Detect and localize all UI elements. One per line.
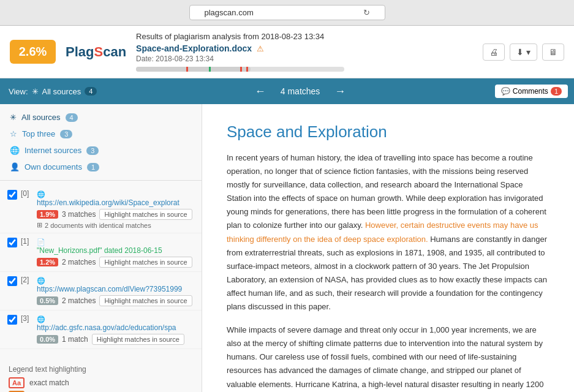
prev-arrow[interactable]: ← xyxy=(250,85,271,98)
browser-chrome: plagscan.com ↻ xyxy=(0,0,574,26)
content-area[interactable]: Space and Exploration In recent years of… xyxy=(202,104,574,392)
address-bar[interactable]: plagscan.com ↻ xyxy=(189,5,385,20)
internet-icon: 🌐 xyxy=(10,146,20,155)
sidebar-internet-badge: 3 xyxy=(86,146,99,155)
progress-bar xyxy=(136,67,344,72)
logo-plag: Plag xyxy=(66,44,94,59)
source-link-1[interactable]: "New_Horizons.pdf" dated 2018-06-15 xyxy=(37,246,184,255)
main-layout: ✳ All sources 4 ☆ Top three 3 🌐 Internet… xyxy=(0,104,574,392)
next-arrow[interactable]: → xyxy=(330,85,350,98)
sidebar-item-top-three[interactable]: ☆ Top three 3 xyxy=(0,126,202,142)
sidebar-own-docs-label: Own documents xyxy=(25,162,82,172)
source-percent-3: 0.0% xyxy=(37,335,58,344)
reload-icon[interactable]: ↻ xyxy=(363,8,370,17)
sidebar-item-internet[interactable]: 🌐 Internet sources 3 xyxy=(0,142,202,159)
source-item-1: [1] 📄 "New_Horizons.pdf" dated 2018-06-1… xyxy=(0,233,202,272)
para1-cont: Humans are constantly in danger from ext… xyxy=(227,235,547,311)
source-link-0[interactable]: https://en.wikipedia.org/wiki/Space_expl… xyxy=(37,198,184,207)
source-item-2: [2] 🌐 https://www.plagscan.com/dlView?73… xyxy=(0,272,202,311)
source-index-3: [3] xyxy=(21,314,33,323)
source-meta-0: 1.9% 3 matches Highlight matches in sour… xyxy=(37,209,197,220)
nav-bar: View: ✳ All sources 4 ← 4 matches → 💬 Co… xyxy=(0,78,574,104)
highlight-btn-3[interactable]: Highlight matches in source xyxy=(92,334,184,345)
source-checkbox-2[interactable] xyxy=(7,276,17,286)
legend-exact-label: exact match xyxy=(29,379,69,387)
warning-icon: ⚠ xyxy=(257,44,264,53)
source-percent-0: 1.9% xyxy=(37,210,58,219)
doc-paragraph-1: In recent years of human history, the id… xyxy=(227,151,549,314)
source-meta-2: 0.5% 2 matches Highlight matches in sour… xyxy=(37,295,197,306)
print-button[interactable]: 🖨 xyxy=(483,43,505,61)
source-checkbox-0[interactable] xyxy=(7,190,17,200)
source-content-3: 🌐 http://adc.gsfc.nasa.gov/adc/education… xyxy=(37,314,197,345)
sidebar-own-docs-badge: 1 xyxy=(87,163,99,172)
sidebar-top-three-badge: 3 xyxy=(60,130,72,138)
source-checkbox-1[interactable] xyxy=(7,238,17,247)
url-text: plagscan.com xyxy=(205,8,254,17)
download-button[interactable]: ⬇ ▾ xyxy=(510,43,537,61)
sidebar-top-three-label: Top three xyxy=(22,129,55,138)
source-matches-2: 2 matches xyxy=(62,296,96,305)
logo: PlagScan xyxy=(66,44,126,60)
source-index-1: [1] xyxy=(21,237,33,246)
highlight-btn-1[interactable]: Highlight matches in source xyxy=(99,257,192,268)
view-label: View: ✳ All sources 4 xyxy=(0,87,105,96)
source-matches-1: 2 matches xyxy=(62,258,96,266)
header-actions: 🖨 ⬇ ▾ 🖥 xyxy=(483,43,564,61)
source-item-3: [3] 🌐 http://adc.gsfc.nasa.gov/adc/educa… xyxy=(0,311,202,349)
source-index-0: [0] xyxy=(21,189,33,198)
monitor-button[interactable]: 🖥 xyxy=(542,43,564,61)
sidebar-all-sources-badge: 4 xyxy=(66,113,78,122)
doc-title: Space and Exploration xyxy=(227,123,549,141)
legend-title: Legend text highlighting xyxy=(9,365,193,374)
logo-scan-rest: can xyxy=(103,44,126,59)
date-label: Date: 2018-08-23 13:34 xyxy=(136,55,473,63)
matches-text: 4 matches xyxy=(281,86,320,96)
identical-text-0: 2 documents with identical matches xyxy=(45,222,151,229)
source-index-2: [2] xyxy=(21,276,33,284)
source-percent-2: 0.5% xyxy=(37,296,58,305)
para1-text: In recent years of human history, the id… xyxy=(227,153,546,230)
doc-paragraph-2: While impacts of severe damage and threa… xyxy=(227,323,549,392)
comment-icon: 💬 xyxy=(501,87,510,96)
all-sources-icon: ✳ xyxy=(10,113,17,122)
source-content-2: 🌐 https://www.plagscan.com/dlView?739519… xyxy=(37,276,197,306)
legend-item-exact: Aa exact match xyxy=(9,377,193,388)
source-list: [0] 🌐 https://en.wikipedia.org/wiki/Spac… xyxy=(0,181,202,354)
logo-scan-s: S xyxy=(94,44,103,59)
comments-button[interactable]: 💬 Comments 1 xyxy=(495,85,568,98)
sidebar-item-all-sources[interactable]: ✳ All sources 4 xyxy=(0,109,202,126)
sidebar-all-sources-label: All sources xyxy=(21,113,61,122)
source-globe-icon-0: 🌐 xyxy=(37,190,45,198)
source-matches-3: 1 match xyxy=(62,335,88,344)
legend-aa-exact: Aa xyxy=(9,377,25,388)
top-three-icon: ☆ xyxy=(10,129,17,138)
source-matches-0: 3 matches xyxy=(62,210,96,219)
view-text: View: xyxy=(9,87,28,96)
analysis-text: Results of plagiarism analysis from 2018… xyxy=(136,32,473,41)
comments-count: 1 xyxy=(551,87,562,96)
legend: Legend text highlighting Aa exact match … xyxy=(0,359,202,392)
source-link-3[interactable]: http://adc.gsfc.nasa.gov/adc/education/s… xyxy=(37,323,184,332)
sidebar: ✳ All sources 4 ☆ Top three 3 🌐 Internet… xyxy=(0,104,202,392)
source-content-1: 📄 "New_Horizons.pdf" dated 2018-06-15 1.… xyxy=(37,237,197,268)
source-content-0: 🌐 https://en.wikipedia.org/wiki/Space_ex… xyxy=(37,189,197,229)
highlight-btn-2[interactable]: Highlight matches in source xyxy=(99,295,192,306)
sidebar-nav: ✳ All sources 4 ☆ Top three 3 🌐 Internet… xyxy=(0,104,202,181)
source-file-icon-1: 📄 xyxy=(37,238,45,246)
source-checkbox-3[interactable] xyxy=(7,315,17,325)
snowflake-icon: ✳ xyxy=(32,87,39,96)
source-link-2[interactable]: https://www.plagscan.com/dlView?73951999 xyxy=(37,285,184,293)
identical-note-0: ⊞ 2 documents with identical matches xyxy=(37,221,197,229)
source-globe-icon-2: 🌐 xyxy=(37,277,45,284)
all-sources-nav-count: 4 xyxy=(85,87,97,96)
source-percent-1: 1.2% xyxy=(37,258,58,266)
sidebar-item-own-docs[interactable]: 👤 Own documents 1 xyxy=(0,159,202,175)
highlight-btn-0[interactable]: Highlight matches in source xyxy=(99,209,192,220)
own-docs-icon: 👤 xyxy=(10,162,20,172)
file-name: Space-and-Exploration.docx xyxy=(136,43,252,53)
sidebar-internet-label: Internet sources xyxy=(25,146,81,155)
source-meta-1: 1.2% 2 matches Highlight matches in sour… xyxy=(37,257,197,268)
header: 2.6% PlagScan Results of plagiarism anal… xyxy=(0,26,574,78)
source-item-0: [0] 🌐 https://en.wikipedia.org/wiki/Spac… xyxy=(0,186,202,233)
